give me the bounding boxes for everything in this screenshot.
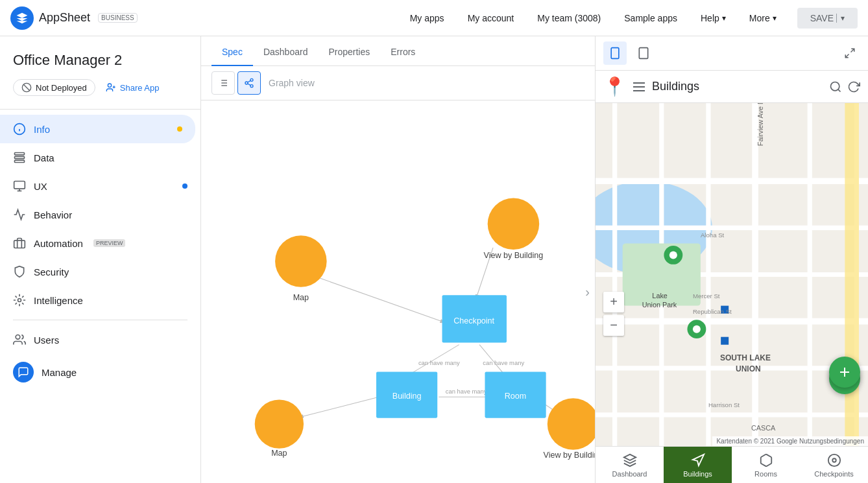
bottom-nav-rooms[interactable]: Rooms <box>732 447 800 483</box>
expand-button[interactable] <box>839 43 860 64</box>
nav-help[interactable]: Help ▾ <box>690 8 736 29</box>
sidebar: Office Manager 2 Not Deployed Share App <box>0 36 201 483</box>
more-chevron-icon: ▾ <box>773 14 777 23</box>
svg-line-1 <box>23 84 29 90</box>
node-map2[interactable] <box>255 399 304 448</box>
zoom-out-button[interactable]: − <box>603 315 624 336</box>
bottom-nav-buildings[interactable]: Buildings <box>664 447 732 483</box>
sidebar-item-intelligence[interactable]: Intelligence <box>0 286 200 314</box>
bottom-nav-dashboard-label: Dashboard <box>612 470 647 478</box>
edge-map1-checkpoint <box>320 278 444 322</box>
graph-area: can have many can have many can have man… <box>201 100 595 483</box>
svg-point-63 <box>828 454 839 466</box>
automation-preview-badge: PREVIEW <box>93 239 126 247</box>
refresh-icon[interactable] <box>847 80 860 93</box>
sidebar-item-automation[interactable]: Automation PREVIEW <box>0 229 200 257</box>
nav-my-team[interactable]: My team (3008) <box>527 8 611 29</box>
svg-line-26 <box>248 84 251 86</box>
sidebar-item-security[interactable]: Security <box>0 257 200 286</box>
svg-point-25 <box>250 85 253 88</box>
mobile-icon <box>609 47 621 60</box>
node-map1[interactable] <box>275 235 327 287</box>
nav-my-account[interactable]: My account <box>457 8 525 29</box>
area-label-4: UNION <box>736 364 761 373</box>
tab-errors[interactable]: Errors <box>380 36 426 66</box>
node-view-building2-label: View by Building <box>544 451 595 460</box>
node-building-label: Building <box>392 392 422 401</box>
edge-label-2: can have many <box>483 359 524 366</box>
users-icon <box>13 333 26 346</box>
edge-label-1: can have many <box>418 359 460 366</box>
node-map1-label: Map <box>293 293 309 302</box>
graph-view-button[interactable] <box>237 71 261 95</box>
svg-rect-11 <box>14 182 25 189</box>
search-icon[interactable] <box>829 80 842 93</box>
svg-point-15 <box>18 299 21 302</box>
rooms-icon <box>759 453 773 467</box>
sidebar-item-label-data: Data <box>34 152 54 163</box>
svg-rect-9 <box>15 156 25 158</box>
svg-point-59 <box>669 251 677 259</box>
not-deployed-label: Not Deployed <box>36 83 87 93</box>
sidebar-item-ux[interactable]: UX <box>0 172 200 200</box>
main-layout: Office Manager 2 Not Deployed Share App <box>0 36 868 483</box>
sidebar-badges: Not Deployed Share App <box>0 79 200 104</box>
svg-rect-54 <box>845 103 859 446</box>
save-dropdown-icon[interactable]: ▾ <box>836 14 845 23</box>
ux-icon <box>13 180 26 193</box>
sidebar-item-label-ux: UX <box>34 181 47 192</box>
svg-rect-28 <box>611 48 619 59</box>
automation-icon <box>13 237 26 250</box>
not-deployed-badge[interactable]: Not Deployed <box>13 79 95 96</box>
tab-dashboard[interactable]: Dashboard <box>253 36 319 66</box>
sidebar-item-data[interactable]: Data <box>0 143 200 172</box>
graph-icon <box>244 78 254 88</box>
svg-point-23 <box>250 78 253 81</box>
security-icon <box>13 265 26 278</box>
area-label-5: CASCA <box>751 424 776 432</box>
top-navigation: AppSheet BUSINESS My apps My account My … <box>0 0 868 36</box>
share-label: Share App <box>120 83 160 93</box>
bottom-nav-checkpoints[interactable]: Checkpoints <box>800 447 868 483</box>
nav-sample-apps[interactable]: Sample apps <box>614 8 688 29</box>
sidebar-item-behavior[interactable]: Behavior <box>0 200 200 229</box>
share-app-button[interactable]: Share App <box>101 80 165 95</box>
nav-more[interactable]: More ▾ <box>739 8 787 29</box>
node-view-building2[interactable] <box>548 398 595 450</box>
graph-next-arrow[interactable]: › <box>585 285 590 300</box>
hamburger-icon[interactable] <box>631 79 647 95</box>
checkpoints-icon <box>827 453 841 467</box>
sidebar-item-manage[interactable]: Manage <box>0 354 200 390</box>
preview-actions <box>829 80 860 93</box>
svg-point-61 <box>693 325 701 333</box>
nav-links: My apps My account My team (3008) Sample… <box>400 8 787 29</box>
mobile-view-button[interactable] <box>603 41 627 65</box>
map-svg: Westlake Ave N Fairview Ave N Lake Union… <box>596 103 868 446</box>
preview-bottom-nav: Dashboard Buildings Rooms <box>596 446 868 483</box>
manage-avatar <box>13 362 34 383</box>
edge-label-3: can have many <box>446 388 487 395</box>
tablet-view-button[interactable] <box>632 41 655 65</box>
svg-line-27 <box>248 80 251 82</box>
nav-my-apps[interactable]: My apps <box>400 8 455 29</box>
zoom-in-button[interactable]: + <box>603 292 624 312</box>
node-view-building1[interactable] <box>488 198 540 250</box>
tab-spec[interactable]: Spec <box>211 36 253 66</box>
add-fab[interactable] <box>829 357 860 388</box>
sidebar-divider-2 <box>13 320 187 320</box>
graph-canvas[interactable]: can have many can have many can have man… <box>201 100 595 483</box>
tab-properties[interactable]: Properties <box>318 36 380 66</box>
intelligence-icon <box>13 294 26 307</box>
sidebar-item-label-automation: Automation <box>34 238 83 249</box>
list-view-button[interactable] <box>211 71 235 95</box>
area-label-3: SOUTH LAKE <box>720 353 771 362</box>
sidebar-item-users[interactable]: Users <box>0 325 200 354</box>
sidebar-item-info[interactable]: Info <box>0 115 195 143</box>
street-label-5: Mercer St <box>693 292 720 300</box>
save-button[interactable]: SAVE ▾ <box>797 8 858 29</box>
sidebar-item-label-security: Security <box>34 266 69 277</box>
help-chevron-icon: ▾ <box>722 14 726 23</box>
bottom-nav-dashboard[interactable]: Dashboard <box>596 447 664 483</box>
sidebar-divider-1 <box>0 109 200 110</box>
preview-toolbar <box>596 36 868 71</box>
